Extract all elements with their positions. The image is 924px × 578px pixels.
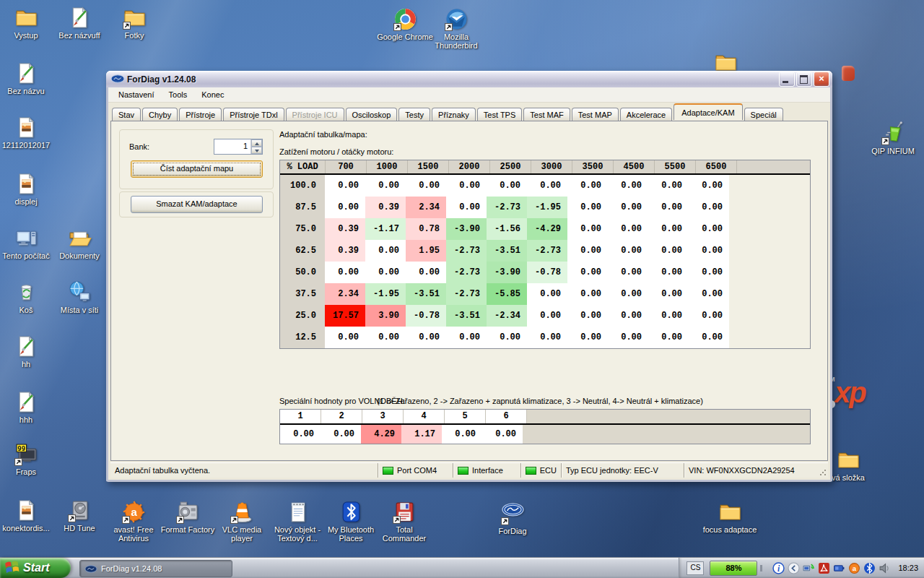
tab-test-tps[interactable]: Test TPS [477, 108, 522, 121]
desktop-icon-fraps[interactable]: 99Fraps [0, 442, 54, 476]
desktop-icon-my-bluetooth-places[interactable]: My Bluetooth Places [323, 500, 379, 543]
desktop-icon-avast-free-antivirus[interactable]: aavast! Free Antivirus [105, 500, 162, 543]
desktop-icon-hd-tune[interactable]: HD Tune [51, 499, 108, 532]
bank-value[interactable]: 1 [214, 139, 250, 154]
desktop-icon-qip-infium[interactable]: QIP INFIUM [865, 121, 921, 155]
read-adaptation-map-button[interactable]: Číst adaptační mapu [131, 160, 263, 178]
tab-speci-l[interactable]: Speciál [744, 108, 783, 121]
map-cell: 0.00 [527, 283, 567, 305]
desktop-icon-displej[interactable]: displej [0, 172, 54, 206]
tab-osciloskop[interactable]: Osciloskop [346, 108, 398, 121]
recycle-icon [14, 280, 38, 304]
start-button[interactable]: Start [0, 558, 71, 578]
menu-konec[interactable]: Konec [196, 89, 230, 100]
maximize-button[interactable] [796, 72, 812, 87]
tab-p-stroje-tdxl[interactable]: Přístroje TDxl [223, 108, 284, 121]
desktop-icon-tento-po-ta[interactable]: Tento počítač [0, 226, 54, 260]
collapse-chevron-icon[interactable] [788, 562, 800, 574]
desktop-icon-label: displej [0, 197, 54, 206]
desktop-icon-fotky[interactable]: Fotky [106, 6, 162, 40]
paint-icon [68, 6, 92, 30]
minimize-button[interactable] [779, 72, 795, 87]
map-cell: 0.39 [365, 197, 406, 218]
tab-test-map[interactable]: Test MAP [572, 108, 619, 121]
desktop-icon-hh[interactable]: hh [0, 335, 54, 368]
spinner-down-icon[interactable] [251, 147, 262, 154]
info-icon[interactable]: i [772, 562, 785, 574]
bluetooth-tray-icon[interactable] [863, 562, 876, 574]
task-button-fordiag[interactable]: ForDiag v1.24.08 [79, 560, 232, 577]
hdtune-icon [68, 499, 92, 522]
map-cell: 0.00 [406, 175, 446, 197]
shortcut-arrow-icon [501, 517, 509, 525]
desktop-icon-google-chrome[interactable]: Google Chrome [377, 7, 433, 41]
battery-indicator[interactable]: 88% [710, 561, 757, 576]
tab-testy[interactable]: Testy [398, 108, 430, 121]
resize-grip[interactable] [818, 463, 828, 478]
spinner-up-icon[interactable] [251, 139, 262, 147]
idle-cell: 4.29 [361, 425, 401, 444]
desktop-icon-bez-n-zvuff[interactable]: Bez názvuff [51, 6, 108, 40]
desktop-icon-hhh[interactable]: hhh [0, 390, 54, 424]
table-row: 62.50.390.001.95-2.73-3.51-2.730.000.000… [280, 240, 810, 262]
desktop-icon-konektordis[interactable]: konektordis... [0, 499, 54, 532]
thunderbird-icon [445, 7, 468, 31]
avast-tray-icon[interactable]: a [848, 562, 860, 574]
desktop-icon-format-factory[interactable]: Format Factory [160, 500, 216, 534]
desktop-icon-fordiag[interactable]: ForDiag [484, 501, 541, 535]
desktop-icon-vlc-media-player[interactable]: VLC media player [214, 500, 270, 543]
desktop-icon-vystup[interactable]: Vystup [0, 6, 54, 40]
network-icon [68, 280, 92, 304]
desktop-icon-label: konektordis... [0, 524, 54, 532]
tab-adaptace-kam[interactable]: Adaptace/KAM [674, 103, 742, 120]
status-indicator-label: Interface [472, 466, 503, 475]
desktop-icon-nov-objekt-textov-d[interactable]: Nový objekt - Textový d... [269, 500, 326, 543]
table-header-row: % LOAD7001000150020002500300035004500550… [280, 160, 810, 175]
map-cell: 0.00 [325, 327, 365, 348]
adobe-reader-icon[interactable] [818, 562, 830, 574]
desktop-icon-focus-adaptace[interactable]: focus adaptace [702, 500, 758, 534]
map-cell: 0.00 [648, 218, 689, 240]
menu-tools[interactable]: Tools [163, 89, 193, 100]
desktop-icon-12112012017[interactable]: 12112012017 [0, 116, 54, 150]
desktop-icon-label: Koš [0, 306, 54, 314]
bank-spinner[interactable]: 1 [214, 139, 263, 155]
idle-cell: 0.00 [442, 425, 482, 444]
desktop-icon-mozilla-thunderbird[interactable]: Mozilla Thunderbird [428, 7, 484, 50]
map-cell: 0.00 [406, 262, 446, 283]
tab-chyby[interactable]: Chyby [142, 108, 178, 121]
qip-icon [881, 121, 905, 145]
desktop-icon-label: HD Tune [51, 524, 108, 532]
tab-p-stroje-icu[interactable]: Přístroje ICU [286, 108, 344, 121]
battery-tip [760, 565, 762, 571]
menu-nastaven[interactable]: Nastavení [113, 89, 160, 100]
map-cell: 2.34 [406, 197, 446, 218]
desktop-icon-ko[interactable]: Koš [0, 280, 54, 314]
map-cell: -1.95 [527, 197, 567, 218]
language-indicator[interactable]: CS [687, 561, 704, 575]
network-activity-icon[interactable] [803, 562, 815, 574]
battery-tray-icon[interactable] [833, 562, 845, 574]
tab-akcelerace[interactable]: Akcelerace [620, 108, 672, 121]
map-cell: -2.73 [527, 240, 567, 262]
map-cell: -3.51 [406, 283, 446, 305]
clear-kam-button[interactable]: Smazat KAM/adaptace [131, 196, 263, 213]
window-titlebar[interactable]: ForDiag v1.24.08 × [106, 71, 832, 87]
close-button[interactable]: × [814, 72, 829, 87]
table-row: 25.017.573.90-0.78-3.51-2.340.000.000.00… [280, 305, 810, 327]
desktop-icon-bez-n-zvu[interactable]: Bez názvu [0, 61, 54, 95]
tab-stav[interactable]: Stav [112, 108, 141, 121]
desktop-icon-m-sta-v-s-ti[interactable]: Místa v síti [51, 280, 108, 314]
tab-test-maf[interactable]: Test MAF [523, 108, 570, 121]
map-cell: 1.95 [406, 240, 446, 262]
map-cell: -1.95 [365, 283, 406, 305]
desktop-icon-total-commander[interactable]: Total Commander [376, 500, 432, 543]
volume-icon[interactable] [879, 562, 891, 574]
map-cell: 0.00 [689, 283, 729, 305]
map-cell: 0.00 [365, 327, 406, 348]
desktop-icon-label: Místa v síti [51, 306, 108, 314]
desktop-icon-label: 12112012017 [0, 141, 54, 150]
tab-p-stroje[interactable]: Přístroje [179, 108, 222, 121]
desktop-icon-dokumenty[interactable]: Dokumenty [51, 226, 108, 260]
tab-p-znaky[interactable]: Příznaky [432, 108, 476, 121]
